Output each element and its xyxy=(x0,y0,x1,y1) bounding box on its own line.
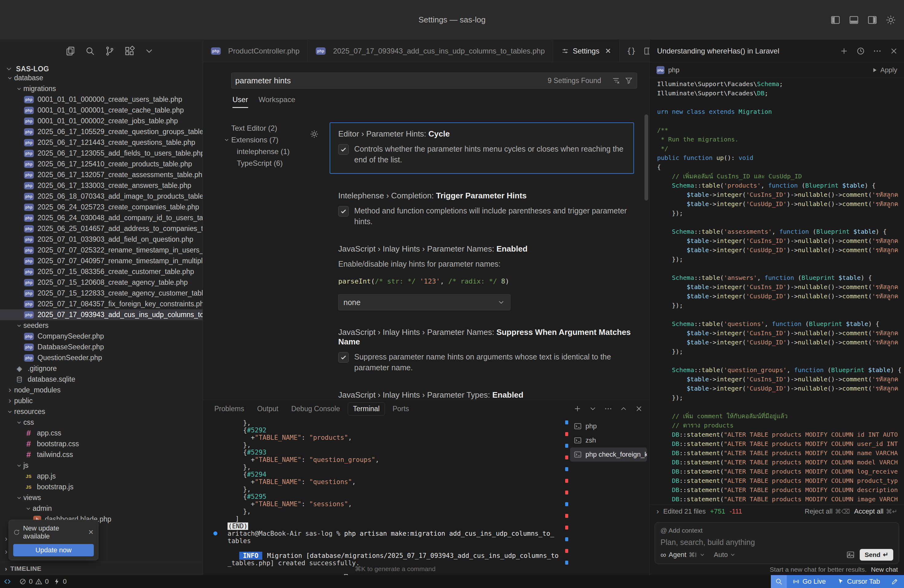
tree-file[interactable]: JSapp.js xyxy=(0,471,202,482)
tree-file[interactable]: database.sqlite xyxy=(0,374,202,385)
tree-file[interactable]: php0001_01_01_000001_create_cache_table.… xyxy=(0,105,202,115)
tree-file[interactable]: php2025_07_15_122833_create_agency_custo… xyxy=(0,288,202,299)
tab-user-settings[interactable]: User xyxy=(232,95,248,108)
copy-files-icon[interactable] xyxy=(65,46,76,56)
plus-icon[interactable] xyxy=(839,46,849,56)
tree-file[interactable]: phpCompanySeeder.php xyxy=(0,331,202,341)
send-button[interactable]: Send ↵ xyxy=(860,549,893,561)
search-icon[interactable] xyxy=(85,46,95,56)
tree-file[interactable]: php2025_06_24_025723_create_companies_ta… xyxy=(0,202,202,212)
accept-all-button[interactable]: Accept all ⌘↵ xyxy=(854,507,897,515)
remote-icon[interactable] xyxy=(0,575,15,588)
close-icon[interactable]: ✕ xyxy=(88,528,94,536)
problems-status[interactable]: 0 0 xyxy=(19,577,49,586)
chevron-right-icon[interactable]: › xyxy=(656,507,659,516)
tree-folder[interactable]: migrations xyxy=(0,83,202,94)
ports-status[interactable]: 0 xyxy=(53,577,67,586)
tree-folder[interactable]: public xyxy=(0,395,202,406)
checkbox[interactable] xyxy=(338,144,349,155)
tree-file[interactable]: ◈.gitignore xyxy=(0,363,202,374)
tab-debug-console[interactable]: Debug Console xyxy=(286,402,345,416)
tree-file[interactable]: php2025_06_18_070343_add_image_to_produc… xyxy=(0,191,202,202)
close-icon[interactable] xyxy=(889,46,898,56)
tree-file[interactable]: php2025_06_17_123055_add_fields_to_users… xyxy=(0,148,202,159)
tree-file[interactable]: #tailwind.css xyxy=(0,449,202,460)
tree-file[interactable]: php2025_07_07_025322_rename_timestamp_in… xyxy=(0,245,202,256)
tree-file[interactable]: phpDatabaseSeeder.php xyxy=(0,341,202,352)
close-icon[interactable] xyxy=(635,405,643,413)
image-icon[interactable] xyxy=(846,550,855,559)
tree-file[interactable]: #bootstrap.css xyxy=(0,439,202,449)
tree-file[interactable]: php2025_06_17_133003_create_answers_tabl… xyxy=(0,180,202,191)
tree-file[interactable]: php2025_06_25_014657_add_address_to_comp… xyxy=(0,223,202,234)
apply-button[interactable]: Apply xyxy=(871,66,897,74)
tree-file[interactable]: php2025_06_17_132057_create_assessments_… xyxy=(0,169,202,180)
toc-item[interactable]: Extensions (7) xyxy=(203,134,311,146)
tree-folder[interactable]: admin xyxy=(0,503,202,514)
terminal-list-item[interactable]: php check_foreign_keys... xyxy=(570,447,647,462)
tree-file[interactable]: #app.css xyxy=(0,428,202,439)
tree-file[interactable]: php2025_07_15_083356_create_customer_tab… xyxy=(0,266,202,277)
chat-input-placeholder[interactable]: Plan, search, build anything xyxy=(661,538,893,547)
tab-output[interactable]: Output xyxy=(252,402,283,416)
tree-file[interactable]: php2025_07_01_033903_add_field_on_questi… xyxy=(0,234,202,245)
chat-code-block[interactable]: Illuminate\Support\Facades\Schema;Illumi… xyxy=(650,78,904,504)
tab-migration-file[interactable]: php 2025_07_17_093943_add_cus_ins_udp_co… xyxy=(308,40,553,62)
tree-file[interactable]: php2025_07_07_040957_rename_timestamp_in… xyxy=(0,256,202,266)
layout-panel-icon[interactable] xyxy=(849,15,859,25)
settings-search-input[interactable] xyxy=(235,76,548,85)
filter-icon[interactable] xyxy=(624,76,633,85)
close-icon[interactable]: ✕ xyxy=(605,47,611,55)
tree-folder[interactable]: css xyxy=(0,417,202,428)
add-context-button[interactable]: @ Add context xyxy=(661,527,893,534)
tab-workspace-settings[interactable]: Workspace xyxy=(259,95,296,108)
agent-mode-selector[interactable]: ∞ Agent ⌘I xyxy=(661,550,705,560)
tree-folder[interactable]: database xyxy=(0,73,202,83)
terminal-list-item[interactable]: php xyxy=(570,419,647,433)
history-icon[interactable] xyxy=(856,46,865,56)
tree-file[interactable]: php2025_06_17_125410_create_products_tab… xyxy=(0,159,202,169)
tree-folder[interactable]: views xyxy=(0,492,202,503)
setting-dropdown[interactable]: none xyxy=(338,294,510,310)
toc-item[interactable]: TypeScript (6) xyxy=(203,158,311,169)
timeline-section-header[interactable]: › TIMELINE xyxy=(0,561,202,575)
tree-file[interactable]: php2025_06_17_121443_create_questions_ta… xyxy=(0,137,202,148)
checkbox[interactable] xyxy=(338,352,349,363)
tree-file[interactable]: JSbootstrap.js xyxy=(0,482,202,492)
tree-file[interactable]: php2025_06_17_105529_create_question_gro… xyxy=(0,126,202,137)
extensions-icon[interactable] xyxy=(124,46,135,56)
terminal-output[interactable]: }, {#5292 +"TABLE_NAME": "products", }, … xyxy=(203,419,563,575)
clear-filter-icon[interactable] xyxy=(612,76,620,85)
tab-settings[interactable]: Settings ✕ xyxy=(553,40,620,62)
more-actions-icon[interactable] xyxy=(872,46,882,56)
tree-file[interactable]: phpQuestionSeeder.php xyxy=(0,352,202,363)
model-selector[interactable]: Auto xyxy=(714,551,736,559)
tree-folder[interactable]: js xyxy=(0,460,202,471)
chat-input-box[interactable]: @ Add context Plan, search, build anythi… xyxy=(654,522,899,564)
collapsed-section-chevron-icon[interactable]: › xyxy=(5,534,7,543)
tree-folder[interactable]: seeders xyxy=(0,320,202,331)
tree-folder[interactable]: resources xyxy=(0,406,202,417)
checkbox[interactable] xyxy=(338,206,349,217)
reject-all-button[interactable]: Reject all ⌘⌫ xyxy=(805,507,850,515)
gear-icon[interactable] xyxy=(311,130,319,138)
tree-file[interactable]: php2025_07_17_084357_fix_foreign_key_con… xyxy=(0,299,202,309)
magnifier-icon[interactable] xyxy=(771,575,787,588)
more-actions-icon[interactable] xyxy=(604,405,613,413)
tab-problems[interactable]: Problems xyxy=(209,402,250,416)
tree-file[interactable]: php2025_07_17_093943_add_cus_ins_udp_col… xyxy=(0,309,202,320)
gear-icon[interactable] xyxy=(885,15,896,25)
chevron-down-icon[interactable] xyxy=(144,46,154,56)
plus-icon[interactable] xyxy=(573,405,582,413)
scrollbar-thumb[interactable] xyxy=(645,114,648,201)
tree-file[interactable]: php0001_01_01_000000_create_users_table.… xyxy=(0,94,202,105)
tree-file[interactable]: php0001_01_01_000002_create_jobs_table.p… xyxy=(0,115,202,126)
toc-item[interactable]: Text Editor (2) xyxy=(203,122,311,134)
new-chat-link[interactable]: New chat xyxy=(871,566,898,573)
collapsed-section-chevron-icon[interactable]: › xyxy=(5,547,7,556)
tab-productcontroller[interactable]: php ProductController.php xyxy=(203,40,308,62)
go-live-button[interactable]: Go Live xyxy=(787,575,831,588)
tab-terminal[interactable]: Terminal xyxy=(348,402,385,416)
open-settings-json-icon[interactable]: {} xyxy=(627,47,636,55)
tree-folder[interactable]: node_modules xyxy=(0,385,202,395)
